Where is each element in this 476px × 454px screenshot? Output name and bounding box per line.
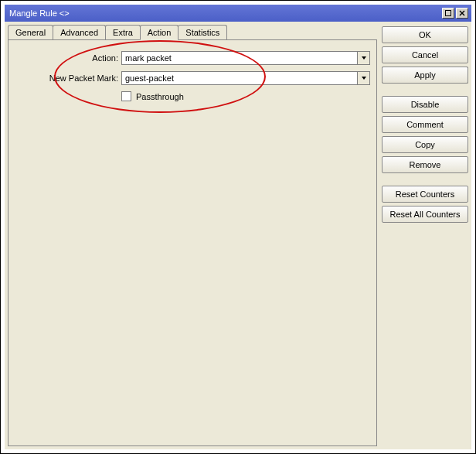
remove-button[interactable]: Remove <box>382 156 468 173</box>
main-pane: General Advanced Extra Action Statistics… <box>8 25 377 446</box>
passthrough-checkbox[interactable] <box>121 91 131 101</box>
reset-counters-button[interactable]: Reset Counters <box>382 186 468 203</box>
tab-advanced[interactable]: Advanced <box>53 25 106 39</box>
comment-button[interactable]: Comment <box>382 116 468 133</box>
side-button-pane: OK Cancel Apply Disable Comment Copy Rem… <box>382 25 468 446</box>
tab-strip: General Advanced Extra Action Statistics <box>8 25 377 39</box>
ok-button[interactable]: OK <box>382 26 468 43</box>
tab-action[interactable]: Action <box>140 25 179 40</box>
minimize-maximize-button[interactable] <box>442 8 454 19</box>
mark-combo <box>121 71 370 85</box>
mark-dropdown-button[interactable] <box>358 71 370 85</box>
cancel-button[interactable]: Cancel <box>382 46 468 63</box>
mark-label: New Packet Mark: <box>8 73 121 83</box>
apply-button[interactable]: Apply <box>382 67 468 84</box>
tab-statistics[interactable]: Statistics <box>178 25 227 39</box>
action-dropdown-button[interactable] <box>358 51 370 65</box>
title-bar: Mangle Rule <> <box>5 5 471 22</box>
svg-rect-0 <box>446 11 451 16</box>
passthrough-row: Passthrough <box>8 91 376 101</box>
tab-panel-action: Action: New Packet Mark: <box>8 39 377 446</box>
window-title: Mangle Rule <> <box>9 9 440 18</box>
svg-marker-4 <box>362 77 366 80</box>
action-label: Action: <box>8 53 121 63</box>
svg-marker-3 <box>362 56 366 60</box>
content-area: General Advanced Extra Action Statistics… <box>5 22 471 449</box>
tab-general[interactable]: General <box>8 25 53 39</box>
action-row: Action: <box>8 51 376 65</box>
passthrough-label: Passthrough <box>136 92 184 101</box>
action-input[interactable] <box>121 51 358 65</box>
reset-all-counters-button[interactable]: Reset All Counters <box>382 206 468 223</box>
mark-input[interactable] <box>121 71 358 85</box>
action-combo <box>121 51 370 65</box>
copy-button[interactable]: Copy <box>382 136 468 153</box>
close-button[interactable] <box>456 8 468 19</box>
disable-button[interactable]: Disable <box>382 96 468 113</box>
tab-extra[interactable]: Extra <box>105 25 141 39</box>
mark-row: New Packet Mark: <box>8 71 376 85</box>
